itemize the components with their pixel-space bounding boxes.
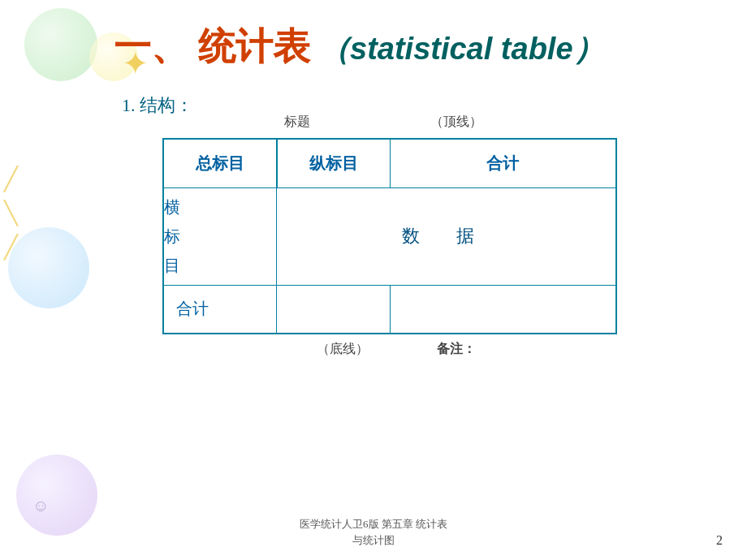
- header-hezong: 合计: [390, 139, 616, 187]
- balloon-top-left: [24, 8, 97, 81]
- table-header-row: 总标目 纵标目 合计: [163, 139, 616, 187]
- table-container: 标题 （顶线） 总标目 纵标目 合计 横 标 目 数 据: [162, 138, 723, 358]
- footer-text: 医学统计人卫6版 第五章 统计表 与统计图: [0, 516, 747, 548]
- footer-hezong: 合计: [163, 285, 277, 334]
- footer-line1: 医学统计人卫6版 第五章 统计表: [300, 518, 447, 530]
- header-zongbm: 纵标目: [277, 139, 391, 187]
- label-dixian: （底线）: [317, 341, 369, 358]
- table-footer-row: 合计: [163, 285, 616, 334]
- table-data-row: 横 标 目 数 据: [163, 187, 616, 285]
- page-title: 一、 统计表 （statistical table）: [114, 24, 723, 69]
- title-english: （statistical table）: [319, 32, 604, 66]
- data-hbm: 横 标 目: [163, 187, 277, 285]
- title-chinese: 一、 统计表: [114, 26, 310, 67]
- label-biaoti: 标题: [284, 114, 310, 131]
- footer-empty-1: [277, 285, 391, 334]
- header-zbm: 总标目: [163, 139, 277, 187]
- below-table-labels: （底线） 备注：: [162, 341, 723, 358]
- label-beizhu: 备注：: [437, 341, 476, 358]
- hbm-line2: 标: [164, 227, 180, 245]
- footer-line2: 与统计图: [352, 534, 395, 546]
- label-dingxian: （顶线）: [430, 114, 482, 131]
- hbm-line1: 横: [164, 198, 180, 216]
- balloon-middle-left: [8, 227, 89, 308]
- statistical-table: 总标目 纵标目 合计 横 标 目 数 据 合计: [162, 138, 617, 334]
- balloon-face-decoration: ☺: [32, 497, 49, 515]
- footer: 医学统计人卫6版 第五章 统计表 与统计图: [0, 516, 747, 548]
- main-content: 一、 统计表 （statistical table） 1. 结构： 标题 （顶线…: [114, 24, 723, 358]
- footer-page-number: 2: [716, 533, 723, 548]
- data-cell: 数 据: [277, 187, 616, 285]
- footer-empty-2: [390, 285, 616, 334]
- section-heading: 1. 结构：: [122, 93, 723, 118]
- hbm-line3: 目: [164, 256, 180, 274]
